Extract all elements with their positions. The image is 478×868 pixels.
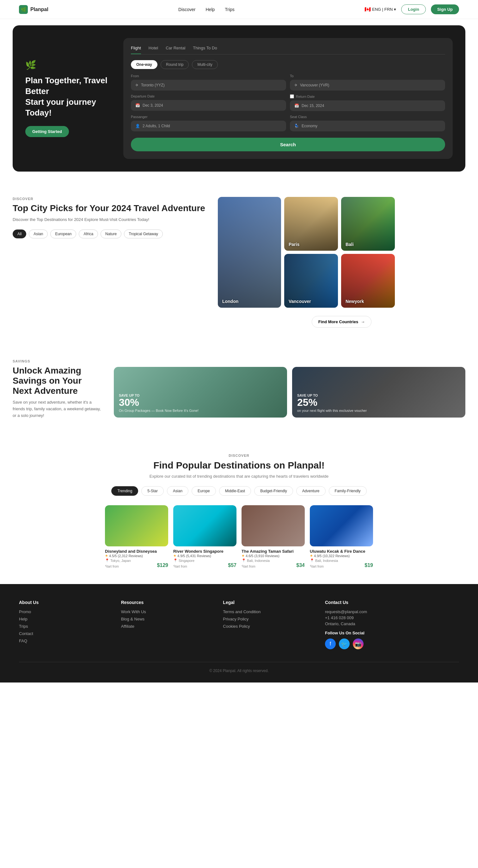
savings-text-2: SAVE UP TO 25% on your next flight with … bbox=[297, 394, 367, 412]
return-checkbox[interactable] bbox=[290, 94, 294, 98]
tab-hotel[interactable]: Hotel bbox=[148, 45, 158, 54]
date-row: Departure Date 📅 Dec 3, 2024 Return Date… bbox=[131, 94, 445, 111]
tab-family-friendly[interactable]: Family-Friendly bbox=[329, 486, 367, 496]
departure-input[interactable]: 📅 Dec 3, 2024 bbox=[131, 100, 286, 111]
language-selector[interactable]: 🇨🇦 ENG | FRN ▾ bbox=[365, 6, 397, 12]
passenger-input[interactable]: 👤 2 Adults, 1 Child bbox=[131, 121, 286, 131]
tab-things-to-do[interactable]: Things To Do bbox=[193, 45, 217, 54]
dest-name-disneyland: Disneyland and Disneysea bbox=[105, 549, 168, 554]
save-up-to-1: SAVE UP TO bbox=[119, 394, 199, 397]
to-input[interactable]: ✈ Vancouver (YVR) bbox=[290, 80, 445, 91]
hero-left: 🌿 Plan Together, Travel BetterStart your… bbox=[25, 60, 114, 137]
round-trip-button[interactable]: Round trip bbox=[161, 60, 189, 69]
footer-link-affiliate[interactable]: Affiliate bbox=[121, 624, 210, 629]
footer-legal: Legal Terms and Condition Privacy Policy… bbox=[223, 600, 312, 649]
dest-price-row-safari: Start from $34 bbox=[242, 562, 305, 568]
filter-all[interactable]: All bbox=[13, 229, 26, 238]
filter-european[interactable]: European bbox=[50, 229, 76, 238]
dest-rating-kecak: ★ 4.9/5 (10,322 Reviews) bbox=[310, 554, 373, 558]
follow-label: Follow Us On Social bbox=[325, 630, 459, 635]
instagram-icon[interactable]: 📷 bbox=[353, 639, 364, 649]
footer-link-work[interactable]: Work With Us bbox=[121, 609, 210, 614]
twitter-icon[interactable]: 🐦 bbox=[339, 639, 350, 649]
tab-europe[interactable]: Europe bbox=[192, 486, 216, 496]
find-more-button[interactable]: Find More Countries → bbox=[312, 316, 372, 328]
city-card-london[interactable]: London bbox=[218, 197, 281, 308]
footer-link-help[interactable]: Help bbox=[19, 617, 108, 621]
city-card-newyork[interactable]: Newyork bbox=[341, 254, 395, 308]
footer-link-blog[interactable]: Blog & News bbox=[121, 617, 210, 621]
footer-link-contact[interactable]: Contact bbox=[19, 631, 108, 636]
one-way-button[interactable]: One-way bbox=[131, 60, 158, 69]
tab-trending[interactable]: Trending bbox=[111, 486, 138, 496]
discover-section: DISCOVER Top City Picks for Your 2024 Tr… bbox=[0, 178, 478, 347]
from-input[interactable]: ✈ Toronto (YYZ) bbox=[131, 80, 286, 91]
footer-link-privacy[interactable]: Privacy Policy bbox=[223, 617, 312, 621]
filter-tags: All Asian European Africa Nature Tropica… bbox=[13, 229, 205, 238]
popular-sub: Explore our curated list of trending des… bbox=[13, 474, 465, 478]
logo[interactable]: 🌿 Planpal bbox=[19, 5, 48, 14]
search-button[interactable]: Search bbox=[131, 138, 445, 151]
find-more-container: Find More Countries → bbox=[218, 316, 465, 328]
multi-city-button[interactable]: Multi-city bbox=[192, 60, 217, 69]
discover-layout: DISCOVER Top City Picks for Your 2024 Tr… bbox=[13, 197, 465, 328]
tab-middle-east[interactable]: Middle-East bbox=[219, 486, 251, 496]
dest-card-safari[interactable]: The Amazing Taman Safari ★ 4.6/5 (3,910 … bbox=[242, 505, 305, 568]
dest-card-disneyland[interactable]: Disneyland and Disneysea ★ 4.5/5 (2,312 … bbox=[105, 505, 168, 568]
passenger-group: Passanger 👤 2 Adults, 1 Child bbox=[131, 115, 286, 131]
footer-about-heading: About Us bbox=[19, 600, 108, 605]
seat-input[interactable]: 💺 Economy bbox=[290, 121, 445, 131]
dest-card-singapore[interactable]: River Wonders Singapore ★ 4.9/5 (5,431 R… bbox=[173, 505, 236, 568]
signup-button[interactable]: Sign Up bbox=[431, 4, 459, 14]
facebook-icon[interactable]: f bbox=[325, 639, 336, 649]
dest-price-row-singapore: Start from $57 bbox=[173, 562, 236, 568]
city-name-vancouver: Vancouver bbox=[288, 299, 311, 304]
footer-link-trips[interactable]: Trips bbox=[19, 624, 108, 629]
tab-5star[interactable]: 5-Star bbox=[141, 486, 164, 496]
return-input[interactable]: 📅 Dec 15, 2024 bbox=[290, 100, 445, 111]
nav-help[interactable]: Help bbox=[205, 7, 215, 12]
form-tabs: Flight Hotel Car Rental Things To Do bbox=[131, 45, 445, 55]
filter-tropical[interactable]: Tropical Getaway bbox=[124, 229, 163, 238]
footer-contact-heading: Contact Us bbox=[325, 600, 459, 605]
filter-asian[interactable]: Asian bbox=[29, 229, 48, 238]
tab-adventure[interactable]: Adventure bbox=[296, 486, 326, 496]
footer-email: requests@planpal.com bbox=[325, 609, 459, 614]
dest-name-safari: The Amazing Taman Safari bbox=[242, 549, 305, 554]
filter-africa[interactable]: Africa bbox=[79, 229, 98, 238]
dest-name-kecak: Uluwatu Kecak & Fire Dance bbox=[310, 549, 373, 554]
login-button[interactable]: Login bbox=[401, 4, 425, 14]
savings-card-25[interactable]: SAVE UP TO 25% on your next flight with … bbox=[292, 367, 465, 417]
dest-start-from: Start from bbox=[242, 565, 255, 568]
from-group: From ✈ Toronto (YYZ) bbox=[131, 74, 286, 91]
logo-icon: 🌿 bbox=[19, 5, 28, 14]
footer-link-terms[interactable]: Terms and Condition bbox=[223, 609, 312, 614]
dest-image-kecak bbox=[310, 505, 373, 547]
tab-asian[interactable]: Asian bbox=[167, 486, 189, 496]
tab-car-rental[interactable]: Car Rental bbox=[166, 45, 185, 54]
savings-title: Unlock Amazing Savings on Your Next Adve… bbox=[13, 366, 101, 396]
destinations-grid: Disneyland and Disneysea ★ 4.5/5 (2,312 … bbox=[13, 505, 465, 568]
city-card-vancouver[interactable]: Vancouver bbox=[284, 254, 338, 308]
city-name-paris: Paris bbox=[288, 242, 299, 247]
tab-budget-friendly[interactable]: Budget-Friendly bbox=[254, 486, 293, 496]
seat-group: Seat Class 💺 Economy bbox=[290, 115, 445, 131]
dest-card-kecak[interactable]: Uluwatu Kecak & Fire Dance ★ 4.9/5 (10,3… bbox=[310, 505, 373, 568]
dest-price-kecak: $19 bbox=[365, 562, 373, 568]
nav-trips[interactable]: Trips bbox=[225, 7, 235, 12]
filter-nature[interactable]: Nature bbox=[101, 229, 122, 238]
tab-flight[interactable]: Flight bbox=[131, 45, 141, 54]
dest-price-singapore: $57 bbox=[228, 562, 236, 568]
dest-location-singapore: 📍 Singapore bbox=[173, 558, 236, 562]
navbar: 🌿 Planpal Discover Help Trips 🇨🇦 ENG | F… bbox=[0, 0, 478, 19]
city-card-paris[interactable]: Paris bbox=[284, 197, 338, 251]
hero-section: 🌿 Plan Together, Travel BetterStart your… bbox=[13, 25, 465, 172]
popular-title: Find Popular Destinations on Planpal! bbox=[13, 460, 465, 471]
city-card-bali[interactable]: Bali bbox=[341, 197, 395, 251]
footer-link-faq[interactable]: FAQ bbox=[19, 639, 108, 643]
savings-card-30[interactable]: SAVE UP TO 30% On Group Packages — Book … bbox=[114, 367, 287, 417]
nav-discover[interactable]: Discover bbox=[178, 7, 195, 12]
footer-link-promo[interactable]: Promo bbox=[19, 609, 108, 614]
footer-link-cookies[interactable]: Cookies Policy bbox=[223, 624, 312, 629]
getting-started-button[interactable]: Getting Started bbox=[25, 126, 69, 137]
